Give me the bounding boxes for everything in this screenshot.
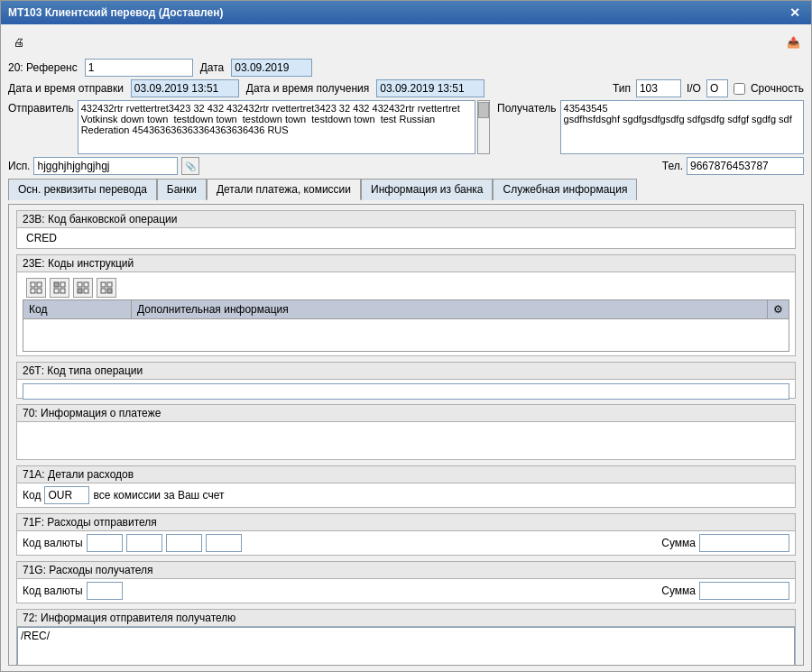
recipient-section: Получатель 43543545 gsdfhsfdsghf sgdfgsd… <box>497 100 804 154</box>
section-recipient-expenses: 71G: Расходы получателя Код валюты Сумма <box>16 561 796 603</box>
expense-code-input[interactable] <box>44 486 89 504</box>
tab-osnovy[interactable]: Осн. реквизиты перевода <box>8 179 157 200</box>
col-code: Код <box>23 300 132 318</box>
section-payment-info: 70: Информация о платеже <box>16 404 796 460</box>
expense-description: все комиссии за Ваш счет <box>93 489 224 502</box>
date-label: Дата <box>200 61 225 74</box>
section-sender-recipient-info-content: /REC/ <box>17 627 795 666</box>
sender-currency-label: Код валюты <box>23 537 83 549</box>
phone-input[interactable] <box>687 157 804 175</box>
tabs-container: Осн. реквизиты перевода Банки Детали пла… <box>8 179 804 200</box>
section-instruction-codes: 23Е: Коды инструкций <box>16 254 796 356</box>
tab-content-details: 23В: Код банковской операции CRED 23Е: К… <box>8 204 804 666</box>
sender-recipient-info-textarea[interactable]: /REC/ <box>17 627 795 666</box>
svg-rect-9 <box>84 282 88 287</box>
svg-rect-5 <box>60 282 65 287</box>
section-operation-type-title: 26Т: Код типа операции <box>17 363 795 380</box>
send-datetime-input[interactable] <box>131 79 239 97</box>
send-datetime-label: Дата и время отправки <box>8 82 124 95</box>
tab-bank-info[interactable]: Информация из банка <box>361 179 493 200</box>
section-recipient-expenses-title: 71G: Расходы получателя <box>17 562 795 579</box>
window-title: МТ103 Клиентский перевод (Доставлен) <box>8 6 223 19</box>
ref-label: 20: Референс <box>8 61 78 74</box>
instruction-icon-3[interactable] <box>73 278 93 298</box>
instruction-icon-2[interactable] <box>50 278 69 298</box>
payment-info-textarea[interactable] <box>17 422 795 456</box>
type-label: Тип <box>613 82 631 95</box>
recipient-expenses-right: Сумма <box>661 582 789 600</box>
svg-rect-15 <box>107 289 112 293</box>
section-bank-op-code-content: CRED <box>17 228 795 248</box>
recipient-expenses-left: Код валюты <box>23 582 123 600</box>
urgent-checkbox[interactable] <box>734 83 745 95</box>
svg-rect-11 <box>84 289 88 293</box>
ref-input[interactable] <box>85 59 193 77</box>
recipient-sum-label: Сумма <box>661 585 696 597</box>
main-window: МТ103 Клиентский перевод (Доставлен) ✕ 🖨… <box>0 0 812 672</box>
sender-textarea[interactable]: 432432rtr rvettertret3423 32 432 432432r… <box>78 100 475 154</box>
receive-datetime-input[interactable] <box>376 79 484 97</box>
section-instruction-codes-content: Код Дополнительная информация ⚙ <box>17 272 795 355</box>
tab-service[interactable]: Служебная информация <box>493 179 637 200</box>
sender-expense-field3[interactable] <box>206 534 242 552</box>
isp-label: Исп. <box>8 160 30 172</box>
expense-code-label: Код <box>23 489 41 502</box>
sender-sum-input[interactable] <box>699 534 789 552</box>
sender-expense-field1[interactable] <box>126 534 162 552</box>
instruction-icon-4[interactable] <box>97 278 116 298</box>
sender-expense-field2[interactable] <box>166 534 202 552</box>
export-icon[interactable]: 📤 <box>782 32 804 53</box>
operation-type-input[interactable] <box>23 383 789 400</box>
section-expense-details-title: 71А: Детали расходов <box>17 466 795 483</box>
datetime-row: Дата и время отправки Дата и время получ… <box>8 79 804 97</box>
sender-label: Отправитель <box>8 100 74 115</box>
recipient-textarea[interactable]: 43543545 gsdfhsfdsghf sgdfgsdfgsdfg sdfg… <box>560 100 804 154</box>
section-sender-recipient-info: 72: Информация отправителя получателю /R… <box>16 609 796 666</box>
io-label: I/O <box>687 82 701 95</box>
col-additional-info: Дополнительная информация <box>132 300 768 318</box>
io-input[interactable] <box>706 79 728 97</box>
section-operation-type: 26Т: Код типа операции <box>16 362 796 399</box>
recipient-label: Получатель <box>497 100 557 115</box>
sender-scrollbar[interactable] <box>477 100 490 154</box>
svg-rect-3 <box>37 289 42 293</box>
content-area: 🖨 📤 20: Референс Дата Дата и время отпра… <box>1 24 811 671</box>
date-input[interactable] <box>231 59 312 77</box>
tab-banks[interactable]: Банки <box>157 179 207 200</box>
phone-label: Тел. <box>662 160 683 172</box>
section-payment-info-title: 70: Информация о платеже <box>17 405 795 422</box>
table-settings-icon[interactable]: ⚙ <box>768 300 789 318</box>
svg-rect-0 <box>31 282 35 287</box>
section-expense-details: 71А: Детали расходов Код все комиссии за… <box>16 465 796 508</box>
close-button[interactable]: ✕ <box>786 5 804 20</box>
instruction-icons-row <box>23 276 789 299</box>
svg-rect-13 <box>107 282 112 287</box>
receive-datetime-label: Дата и время получения <box>246 82 369 95</box>
instruction-table-header: Код Дополнительная информация ⚙ <box>23 299 789 319</box>
isp-attach-button[interactable]: 📎 <box>181 157 199 175</box>
section-operation-type-content <box>17 380 795 398</box>
sender-section: Отправитель 432432rtr rvettertret3423 32… <box>8 100 490 154</box>
tab-details[interactable]: Детали платежа, комиссии <box>207 179 361 200</box>
section-bank-op-code-title: 23В: Код банковской операции <box>17 211 795 228</box>
svg-rect-10 <box>78 289 82 293</box>
sender-currency-input[interactable] <box>87 534 123 552</box>
top-form: 20: Референс Дата Дата и время отправки … <box>8 59 804 175</box>
ref-date-row: 20: Референс Дата <box>8 59 804 77</box>
sender-expenses-right: Сумма <box>661 534 789 552</box>
recipient-sum-input[interactable] <box>699 582 789 600</box>
type-input[interactable] <box>636 79 681 97</box>
recipient-currency-input[interactable] <box>87 582 123 600</box>
title-bar: МТ103 Клиентский перевод (Доставлен) ✕ <box>1 1 811 24</box>
recipient-currency-label: Код валюты <box>23 585 83 597</box>
section-sender-recipient-info-title: 72: Информация отправителя получателю <box>17 610 795 627</box>
isp-input[interactable] <box>33 157 178 175</box>
svg-rect-12 <box>101 282 106 287</box>
svg-rect-6 <box>54 289 59 293</box>
section-payment-info-content <box>17 422 795 459</box>
urgent-label: Срочность <box>751 82 804 95</box>
section-expense-details-content: Код все комиссии за Ваш счет <box>17 483 795 507</box>
section-recipient-expenses-content: Код валюты Сумма <box>17 579 795 603</box>
instruction-icon-1[interactable] <box>26 278 46 298</box>
print-icon[interactable]: 🖨 <box>8 32 30 53</box>
